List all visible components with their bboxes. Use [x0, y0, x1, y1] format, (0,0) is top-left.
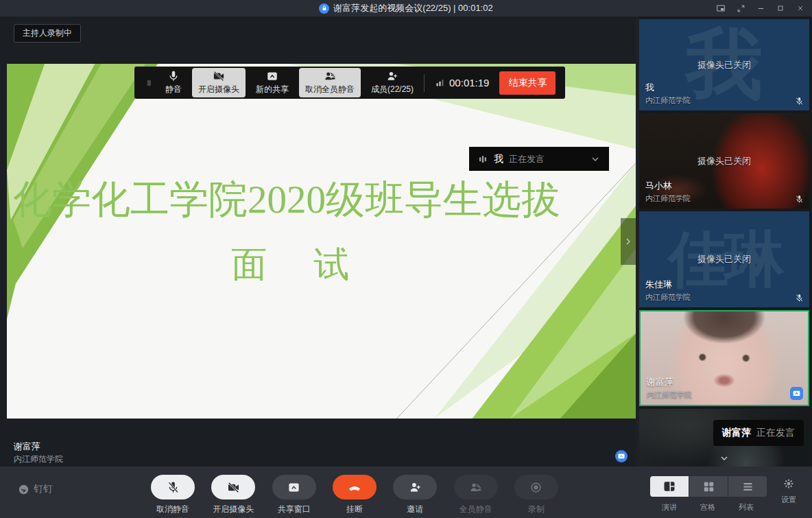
mic-muted-icon: [167, 481, 180, 494]
view-list-button[interactable]: [728, 476, 767, 497]
unmute-all-button[interactable]: 取消全员静音: [299, 68, 361, 97]
unmute-button[interactable]: 取消静音: [147, 475, 199, 515]
gear-icon: [783, 478, 795, 490]
toolbar-divider: [424, 74, 425, 92]
member-add-icon: [386, 70, 398, 82]
minimize-button[interactable]: [753, 1, 768, 15]
view-speaker-button[interactable]: [650, 476, 689, 497]
participant-tile[interactable]: 摄像头已关闭 马小林 内江师范学院: [639, 113, 809, 209]
end-share-button[interactable]: 结束共享: [499, 71, 556, 95]
phone-hangup-icon: [347, 480, 362, 495]
view-mode-labels: 演讲 宫格 列表: [650, 502, 765, 513]
participant-name: 我: [645, 82, 654, 94]
mini-window-button[interactable]: [713, 1, 728, 15]
sidebar-collapse-tab[interactable]: [621, 218, 636, 265]
presenter-org: 内江师范学院: [14, 454, 63, 465]
volume-bars-icon: [477, 154, 488, 165]
signal-icon: [435, 78, 445, 88]
people-mute-icon: [324, 70, 336, 82]
share-window-icon: [287, 481, 300, 494]
speaker-name: 我: [494, 153, 503, 165]
participants-sidebar: 我 摄像头已关闭 我 内江师范学院 摄像头已关闭 马小林 内江师范学院 佳琳 摄…: [639, 16, 812, 467]
mic-muted-icon: [795, 294, 804, 303]
camera-on-button[interactable]: 开启摄像头: [207, 475, 259, 515]
camera-off-icon: [227, 481, 240, 494]
shared-slide: 化学化工学院2020级班导生选拔 面 试: [7, 64, 636, 419]
close-button[interactable]: [793, 1, 808, 15]
participant-tile-me[interactable]: 我 摄像头已关闭 我 内江师范学院: [639, 19, 809, 110]
maximize-button[interactable]: [773, 1, 788, 15]
mic-muted-icon: [795, 195, 804, 204]
speaker-view-icon: [662, 480, 676, 493]
share-window-icon: [266, 70, 278, 82]
sidebar-scroll-down-icon[interactable]: [717, 453, 731, 464]
share-toolbar: 静音 开启摄像头 新的共享 取消全员静音 成员(22/25) 00:01:1: [134, 67, 565, 99]
shared-screen-stage: 主持人录制中 化学化工学院2020级班导生选拔 面 试 静音: [0, 16, 636, 467]
dingtalk-brand: 钉钉: [18, 483, 53, 495]
participant-name: 谢富萍: [647, 376, 673, 388]
person-add-icon: [409, 481, 422, 494]
chevron-down-icon[interactable]: [590, 154, 601, 165]
meeting-window: 谢富萍发起的视频会议(22/25) | 00:01:02 主持人录制中 化学化工…: [0, 0, 812, 518]
meeting-title: 谢富萍发起的视频会议(22/25) | 00:01:02: [333, 2, 492, 14]
toolbar-drag-handle[interactable]: [144, 76, 155, 90]
members-button[interactable]: 成员(22/25): [371, 70, 414, 95]
view-grid-button[interactable]: [689, 476, 728, 497]
screen-share-badge-icon: [790, 387, 803, 400]
speaking-banner[interactable]: 我 正在发言: [469, 147, 609, 171]
participant-name: 朱佳琳: [645, 279, 672, 291]
encrypted-lock-icon: [319, 3, 329, 14]
participant-org: 内江师范学院: [645, 193, 691, 204]
list-view-icon: [741, 480, 754, 493]
record-icon: [529, 481, 542, 494]
participant-org: 内江师范学院: [647, 390, 692, 400]
grid-view-icon: [702, 480, 715, 493]
presenter-name: 谢富萍: [14, 440, 40, 453]
slide-title: 化学化工学院2020级班导生选拔: [7, 174, 566, 226]
camera-off-icon: [213, 70, 225, 82]
bottom-toolbar: 钉钉 取消静音 开启摄像头 共享窗口 挂断 邀请: [0, 467, 812, 518]
share-window-button[interactable]: 共享窗口: [268, 475, 320, 515]
speaking-toast: 谢富萍 正在发言: [713, 420, 804, 446]
mute-all-button[interactable]: 全员静音: [450, 475, 502, 515]
host-recording-badge: 主持人录制中: [14, 24, 81, 43]
hangup-button[interactable]: 挂断: [329, 475, 381, 515]
dingtalk-logo-icon: [18, 484, 29, 495]
record-button[interactable]: 录制: [510, 475, 562, 515]
toast-speaker-status: 正在发言: [756, 427, 795, 439]
chevron-right-icon: [623, 236, 634, 247]
participant-tile-active-speaker[interactable]: 谢富萍 内江师范学院: [639, 310, 809, 406]
invite-button[interactable]: 邀请: [389, 475, 441, 515]
participant-tile[interactable]: 佳琳 摄像头已关闭 朱佳琳 内江师范学院: [639, 211, 809, 307]
titlebar: 谢富萍发起的视频会议(22/25) | 00:01:02: [0, 0, 812, 16]
fullscreen-button[interactable]: [733, 1, 748, 15]
mic-icon: [167, 70, 180, 82]
speaker-status: 正在发言: [509, 153, 545, 165]
people-mute-icon: [469, 481, 482, 494]
slide-subtitle: 面 试: [7, 241, 579, 289]
participant-name: 马小林: [645, 180, 672, 192]
screen-share-badge-icon: [615, 450, 628, 462]
participant-org: 内江师范学院: [645, 292, 691, 303]
mic-muted-icon: [795, 97, 804, 106]
share-timer: 00:01:19: [435, 77, 489, 89]
mute-button[interactable]: 静音: [165, 70, 182, 95]
settings-button[interactable]: 设置: [774, 478, 804, 505]
view-mode-switch: [650, 476, 767, 497]
toast-speaker-name: 谢富萍: [722, 427, 751, 439]
new-share-button[interactable]: 新的共享: [256, 70, 289, 95]
participant-org: 内江师范学院: [645, 95, 691, 106]
camera-on-button[interactable]: 开启摄像头: [192, 68, 246, 97]
